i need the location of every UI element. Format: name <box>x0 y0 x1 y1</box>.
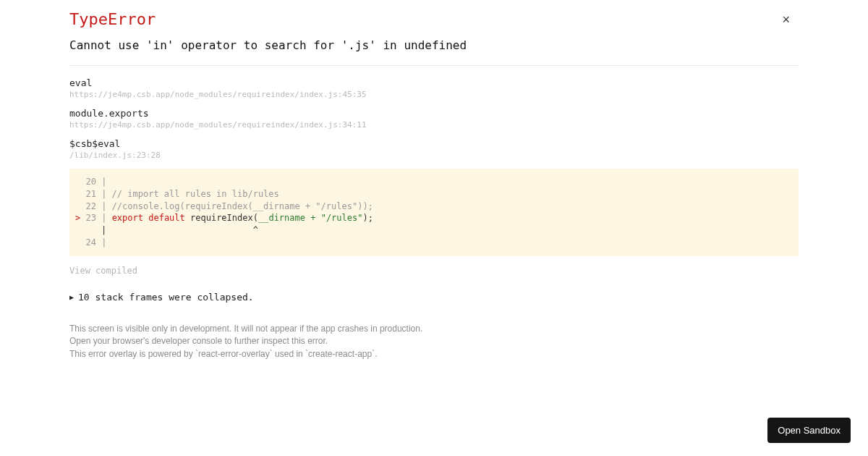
code-comment: // import all rules in lib/rules <box>112 189 279 199</box>
footer-line: Open your browser's developer console to… <box>69 335 799 347</box>
collapsed-frames-toggle[interactable]: ▶ 10 stack frames were collapsed. <box>69 292 799 303</box>
keyword: export <box>112 213 143 223</box>
code-text: ); <box>362 213 373 223</box>
code-string: "/rules" <box>321 213 363 223</box>
footer-line: This screen is visible only in developme… <box>69 323 799 335</box>
stack-frame: eval https://je4mp.csb.app/node_modules/… <box>69 77 799 99</box>
code-op: + <box>305 213 321 223</box>
error-caret: | ^ <box>75 224 793 237</box>
code-snippet: 20 | 21 | // import all rules in lib/rul… <box>69 169 799 256</box>
code-text: requireIndex( <box>185 213 258 223</box>
keyword: default <box>148 213 185 223</box>
line-number: 23 <box>85 213 95 223</box>
frame-location: https://je4mp.csb.app/node_modules/requi… <box>69 120 799 130</box>
collapsed-frames-label: 10 stack frames were collapsed. <box>78 292 254 303</box>
header-row: TypeError <box>69 10 799 38</box>
divider <box>69 65 799 66</box>
open-sandbox-button[interactable]: Open Sandbox <box>767 418 851 443</box>
line-number: 22 <box>75 201 96 211</box>
frame-fn-name: eval <box>69 77 799 88</box>
triangle-right-icon: ▶ <box>69 293 74 301</box>
code-var: __dirname <box>258 213 305 223</box>
line-number: 20 <box>75 177 96 187</box>
frame-fn-name: $csb$eval <box>69 138 799 149</box>
line-number: 21 <box>75 189 96 199</box>
close-icon[interactable]: × <box>782 13 790 26</box>
footer-notes: This screen is visible only in developme… <box>69 323 799 360</box>
frame-fn-name: module.exports <box>69 108 799 119</box>
error-line-marker: > <box>75 213 80 223</box>
line-number: 24 <box>75 237 96 248</box>
frame-location: /lib/index.js:23:28 <box>69 151 799 160</box>
code-comment: //console.log(requireIndex(__dirname + "… <box>112 201 373 211</box>
error-type: TypeError <box>69 10 156 28</box>
stack-frame: $csb$eval /lib/index.js:23:28 <box>69 138 799 160</box>
view-compiled-link[interactable]: View compiled <box>69 266 137 276</box>
footer-line: This error overlay is powered by `react-… <box>69 348 799 360</box>
error-message: Cannot use 'in' operator to search for '… <box>69 38 799 52</box>
stack-frame: module.exports https://je4mp.csb.app/nod… <box>69 108 799 130</box>
error-overlay: TypeError × Cannot use 'in' operator to … <box>0 0 868 360</box>
frame-location: https://je4mp.csb.app/node_modules/requi… <box>69 90 799 99</box>
